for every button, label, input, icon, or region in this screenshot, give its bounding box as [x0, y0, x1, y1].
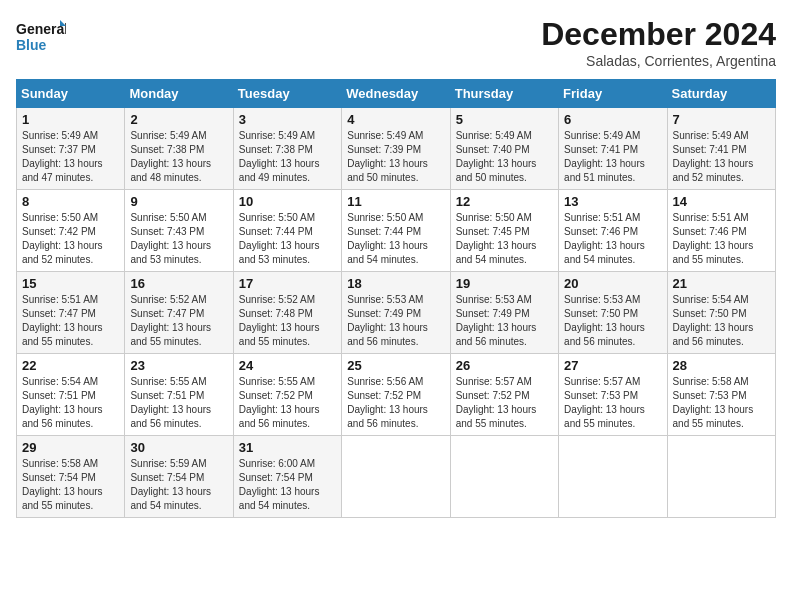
day-info: Sunrise: 5:54 AMSunset: 7:50 PMDaylight:… — [673, 293, 770, 349]
page-header: General Blue December 2024 Saladas, Corr… — [16, 16, 776, 69]
day-cell-24: 24Sunrise: 5:55 AMSunset: 7:52 PMDayligh… — [233, 354, 341, 436]
day-number: 8 — [22, 194, 119, 209]
day-number: 3 — [239, 112, 336, 127]
day-info: Sunrise: 5:49 AMSunset: 7:40 PMDaylight:… — [456, 129, 553, 185]
weekday-header-wednesday: Wednesday — [342, 80, 450, 108]
day-info: Sunrise: 5:58 AMSunset: 7:54 PMDaylight:… — [22, 457, 119, 513]
day-number: 30 — [130, 440, 227, 455]
title-area: December 2024 Saladas, Corrientes, Argen… — [541, 16, 776, 69]
day-cell-16: 16Sunrise: 5:52 AMSunset: 7:47 PMDayligh… — [125, 272, 233, 354]
svg-text:General: General — [16, 21, 66, 37]
day-info: Sunrise: 5:50 AMSunset: 7:44 PMDaylight:… — [347, 211, 444, 267]
day-number: 7 — [673, 112, 770, 127]
day-info: Sunrise: 5:53 AMSunset: 7:49 PMDaylight:… — [347, 293, 444, 349]
day-number: 9 — [130, 194, 227, 209]
week-row-5: 29Sunrise: 5:58 AMSunset: 7:54 PMDayligh… — [17, 436, 776, 518]
day-cell-25: 25Sunrise: 5:56 AMSunset: 7:52 PMDayligh… — [342, 354, 450, 436]
day-info: Sunrise: 5:51 AMSunset: 7:47 PMDaylight:… — [22, 293, 119, 349]
day-cell-20: 20Sunrise: 5:53 AMSunset: 7:50 PMDayligh… — [559, 272, 667, 354]
day-cell-13: 13Sunrise: 5:51 AMSunset: 7:46 PMDayligh… — [559, 190, 667, 272]
day-cell-26: 26Sunrise: 5:57 AMSunset: 7:52 PMDayligh… — [450, 354, 558, 436]
day-info: Sunrise: 5:49 AMSunset: 7:37 PMDaylight:… — [22, 129, 119, 185]
day-info: Sunrise: 5:54 AMSunset: 7:51 PMDaylight:… — [22, 375, 119, 431]
day-cell-3: 3Sunrise: 5:49 AMSunset: 7:38 PMDaylight… — [233, 108, 341, 190]
day-cell-4: 4Sunrise: 5:49 AMSunset: 7:39 PMDaylight… — [342, 108, 450, 190]
day-cell-18: 18Sunrise: 5:53 AMSunset: 7:49 PMDayligh… — [342, 272, 450, 354]
day-number: 12 — [456, 194, 553, 209]
day-cell-14: 14Sunrise: 5:51 AMSunset: 7:46 PMDayligh… — [667, 190, 775, 272]
day-info: Sunrise: 5:58 AMSunset: 7:53 PMDaylight:… — [673, 375, 770, 431]
empty-cell-4-6 — [667, 436, 775, 518]
day-cell-6: 6Sunrise: 5:49 AMSunset: 7:41 PMDaylight… — [559, 108, 667, 190]
day-number: 20 — [564, 276, 661, 291]
day-number: 14 — [673, 194, 770, 209]
day-info: Sunrise: 5:59 AMSunset: 7:54 PMDaylight:… — [130, 457, 227, 513]
day-cell-7: 7Sunrise: 5:49 AMSunset: 7:41 PMDaylight… — [667, 108, 775, 190]
day-number: 31 — [239, 440, 336, 455]
day-info: Sunrise: 5:50 AMSunset: 7:42 PMDaylight:… — [22, 211, 119, 267]
day-cell-8: 8Sunrise: 5:50 AMSunset: 7:42 PMDaylight… — [17, 190, 125, 272]
day-info: Sunrise: 5:55 AMSunset: 7:51 PMDaylight:… — [130, 375, 227, 431]
empty-cell-4-5 — [559, 436, 667, 518]
day-number: 17 — [239, 276, 336, 291]
day-number: 15 — [22, 276, 119, 291]
weekday-header-friday: Friday — [559, 80, 667, 108]
day-info: Sunrise: 5:49 AMSunset: 7:41 PMDaylight:… — [564, 129, 661, 185]
day-cell-23: 23Sunrise: 5:55 AMSunset: 7:51 PMDayligh… — [125, 354, 233, 436]
week-row-2: 8Sunrise: 5:50 AMSunset: 7:42 PMDaylight… — [17, 190, 776, 272]
day-info: Sunrise: 5:50 AMSunset: 7:44 PMDaylight:… — [239, 211, 336, 267]
svg-text:Blue: Blue — [16, 37, 47, 53]
day-info: Sunrise: 5:53 AMSunset: 7:50 PMDaylight:… — [564, 293, 661, 349]
day-number: 24 — [239, 358, 336, 373]
day-number: 27 — [564, 358, 661, 373]
day-cell-1: 1Sunrise: 5:49 AMSunset: 7:37 PMDaylight… — [17, 108, 125, 190]
day-cell-30: 30Sunrise: 5:59 AMSunset: 7:54 PMDayligh… — [125, 436, 233, 518]
day-info: Sunrise: 5:49 AMSunset: 7:41 PMDaylight:… — [673, 129, 770, 185]
month-title: December 2024 — [541, 16, 776, 53]
weekday-header-monday: Monday — [125, 80, 233, 108]
day-number: 10 — [239, 194, 336, 209]
day-cell-15: 15Sunrise: 5:51 AMSunset: 7:47 PMDayligh… — [17, 272, 125, 354]
day-cell-12: 12Sunrise: 5:50 AMSunset: 7:45 PMDayligh… — [450, 190, 558, 272]
day-info: Sunrise: 5:57 AMSunset: 7:53 PMDaylight:… — [564, 375, 661, 431]
day-number: 2 — [130, 112, 227, 127]
day-info: Sunrise: 5:51 AMSunset: 7:46 PMDaylight:… — [564, 211, 661, 267]
day-number: 1 — [22, 112, 119, 127]
day-info: Sunrise: 5:51 AMSunset: 7:46 PMDaylight:… — [673, 211, 770, 267]
calendar-table: SundayMondayTuesdayWednesdayThursdayFrid… — [16, 79, 776, 518]
week-row-4: 22Sunrise: 5:54 AMSunset: 7:51 PMDayligh… — [17, 354, 776, 436]
day-info: Sunrise: 6:00 AMSunset: 7:54 PMDaylight:… — [239, 457, 336, 513]
day-number: 11 — [347, 194, 444, 209]
empty-cell-4-3 — [342, 436, 450, 518]
day-info: Sunrise: 5:56 AMSunset: 7:52 PMDaylight:… — [347, 375, 444, 431]
day-cell-19: 19Sunrise: 5:53 AMSunset: 7:49 PMDayligh… — [450, 272, 558, 354]
day-number: 16 — [130, 276, 227, 291]
day-cell-31: 31Sunrise: 6:00 AMSunset: 7:54 PMDayligh… — [233, 436, 341, 518]
weekday-header-thursday: Thursday — [450, 80, 558, 108]
day-cell-17: 17Sunrise: 5:52 AMSunset: 7:48 PMDayligh… — [233, 272, 341, 354]
empty-cell-4-4 — [450, 436, 558, 518]
day-cell-22: 22Sunrise: 5:54 AMSunset: 7:51 PMDayligh… — [17, 354, 125, 436]
day-number: 19 — [456, 276, 553, 291]
day-info: Sunrise: 5:49 AMSunset: 7:39 PMDaylight:… — [347, 129, 444, 185]
weekday-header-row: SundayMondayTuesdayWednesdayThursdayFrid… — [17, 80, 776, 108]
day-number: 23 — [130, 358, 227, 373]
day-number: 21 — [673, 276, 770, 291]
day-cell-5: 5Sunrise: 5:49 AMSunset: 7:40 PMDaylight… — [450, 108, 558, 190]
day-cell-28: 28Sunrise: 5:58 AMSunset: 7:53 PMDayligh… — [667, 354, 775, 436]
day-info: Sunrise: 5:53 AMSunset: 7:49 PMDaylight:… — [456, 293, 553, 349]
day-number: 13 — [564, 194, 661, 209]
day-number: 29 — [22, 440, 119, 455]
weekday-header-sunday: Sunday — [17, 80, 125, 108]
day-info: Sunrise: 5:52 AMSunset: 7:47 PMDaylight:… — [130, 293, 227, 349]
day-number: 5 — [456, 112, 553, 127]
day-number: 6 — [564, 112, 661, 127]
day-cell-11: 11Sunrise: 5:50 AMSunset: 7:44 PMDayligh… — [342, 190, 450, 272]
logo-svg: General Blue — [16, 16, 66, 60]
day-cell-10: 10Sunrise: 5:50 AMSunset: 7:44 PMDayligh… — [233, 190, 341, 272]
week-row-1: 1Sunrise: 5:49 AMSunset: 7:37 PMDaylight… — [17, 108, 776, 190]
day-cell-27: 27Sunrise: 5:57 AMSunset: 7:53 PMDayligh… — [559, 354, 667, 436]
day-number: 22 — [22, 358, 119, 373]
day-info: Sunrise: 5:57 AMSunset: 7:52 PMDaylight:… — [456, 375, 553, 431]
day-info: Sunrise: 5:52 AMSunset: 7:48 PMDaylight:… — [239, 293, 336, 349]
